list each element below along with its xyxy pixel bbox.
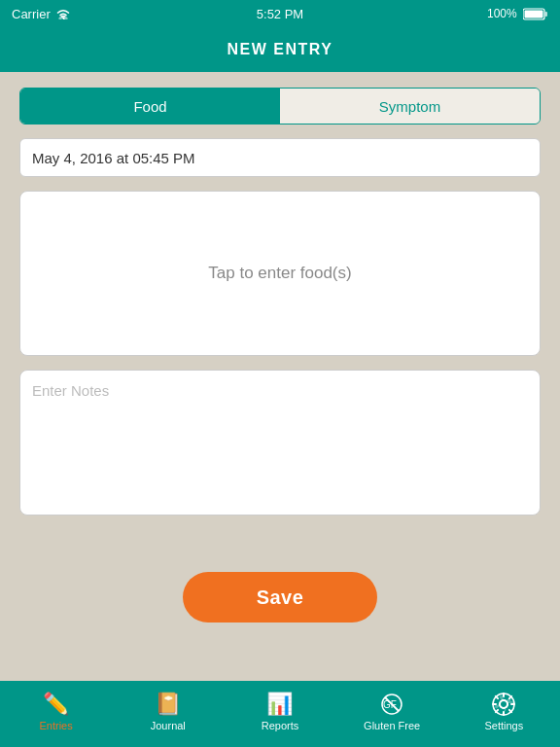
svg-line-14 bbox=[509, 709, 511, 711]
settings-label: Settings bbox=[484, 720, 523, 731]
status-right: 100% bbox=[487, 7, 548, 20]
battery-label: 100% bbox=[487, 7, 517, 20]
save-button[interactable]: Save bbox=[183, 572, 377, 622]
svg-line-13 bbox=[496, 695, 498, 697]
status-time: 5:52 PM bbox=[257, 7, 303, 21]
date-value: May 4, 2016 at 05:45 PM bbox=[32, 150, 195, 166]
journal-icon: 📔 bbox=[155, 692, 181, 717]
svg-rect-2 bbox=[545, 12, 548, 17]
tab-journal[interactable]: 📔 Journal bbox=[139, 692, 197, 731]
status-left: Carrier bbox=[12, 7, 71, 21]
reports-icon: 📊 bbox=[266, 692, 293, 717]
tab-entries[interactable]: ✏️ Entries bbox=[27, 692, 86, 731]
main-content: Food Symptom May 4, 2016 at 05:45 PM Tap… bbox=[0, 72, 560, 681]
tab-symptom[interactable]: Symptom bbox=[280, 89, 540, 124]
food-entry-area[interactable]: Tap to enter food(s) bbox=[19, 191, 541, 356]
wifi-icon bbox=[55, 8, 71, 19]
journal-label: Journal bbox=[151, 720, 186, 731]
tab-reports[interactable]: 📊 Reports bbox=[251, 692, 309, 731]
food-entry-placeholder: Tap to enter food(s) bbox=[208, 264, 351, 283]
svg-rect-3 bbox=[525, 11, 543, 18]
notes-placeholder: Enter Notes bbox=[32, 382, 109, 399]
svg-line-16 bbox=[509, 695, 511, 697]
page-title: NEW ENTRY bbox=[228, 41, 333, 58]
carrier-label: Carrier bbox=[12, 7, 51, 21]
segmented-control[interactable]: Food Symptom bbox=[19, 88, 541, 124]
tab-food[interactable]: Food bbox=[20, 89, 280, 124]
tab-gluten-free[interactable]: GF Gluten Free bbox=[363, 692, 421, 731]
reports-label: Reports bbox=[262, 720, 299, 731]
tab-bar: ✏️ Entries 📔 Journal 📊 Reports GF Gluten… bbox=[0, 681, 560, 747]
svg-text:GF: GF bbox=[383, 699, 397, 710]
settings-icon bbox=[491, 692, 516, 717]
battery-icon bbox=[523, 8, 548, 20]
tab-settings[interactable]: Settings bbox=[474, 692, 533, 731]
entries-icon: ✏️ bbox=[43, 692, 69, 717]
svg-line-15 bbox=[496, 709, 498, 711]
svg-point-0 bbox=[62, 18, 64, 19]
page-header: NEW ENTRY bbox=[0, 27, 560, 72]
status-bar: Carrier 5:52 PM 100% bbox=[0, 0, 560, 27]
gluten-free-icon: GF bbox=[379, 692, 404, 717]
gluten-free-label: Gluten Free bbox=[364, 720, 420, 731]
date-field[interactable]: May 4, 2016 at 05:45 PM bbox=[19, 138, 541, 177]
save-area: Save bbox=[19, 529, 541, 665]
notes-field[interactable]: Enter Notes bbox=[19, 370, 541, 516]
svg-point-8 bbox=[500, 700, 508, 708]
entries-label: Entries bbox=[39, 720, 72, 731]
